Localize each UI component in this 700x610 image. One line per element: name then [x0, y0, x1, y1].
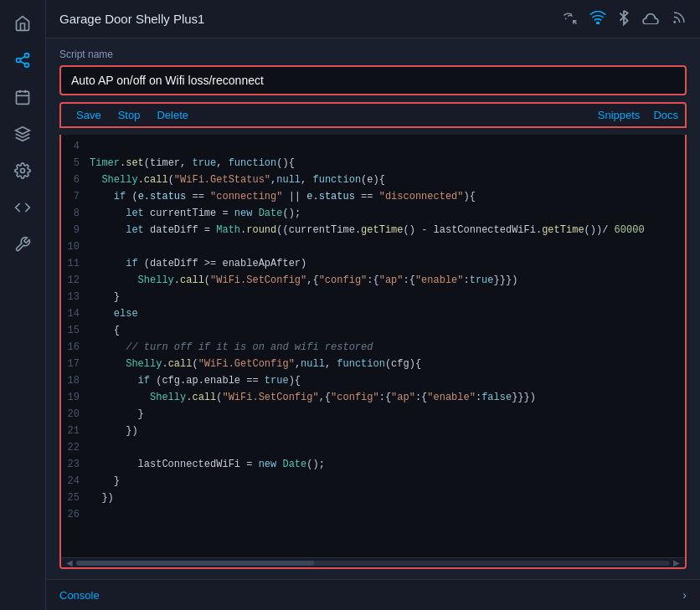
- table-row: 20 }: [61, 406, 685, 423]
- console-bar[interactable]: Console ›: [46, 579, 700, 610]
- table-row: 8 let currentTime = new Date();: [61, 205, 685, 222]
- header: Garage Door Shelly Plus1: [46, 0, 700, 38]
- wifi-icon[interactable]: [589, 11, 606, 28]
- sidebar-item-scripts[interactable]: [8, 45, 38, 75]
- scroll-track[interactable]: [76, 561, 670, 566]
- svg-point-11: [597, 22, 600, 24]
- sidebar-item-tools[interactable]: [8, 229, 38, 259]
- table-row: 25 }): [61, 490, 685, 506]
- sidebar-item-settings[interactable]: [8, 156, 38, 186]
- sidebar: [0, 0, 46, 610]
- table-row: 15 {: [61, 322, 685, 339]
- svg-line-4: [20, 56, 25, 59]
- table-row: 9 let dateDiff = Math.round((currentTime…: [61, 222, 685, 238]
- page-title: Garage Door Shelly Plus1: [59, 12, 204, 26]
- scroll-thumb[interactable]: [76, 561, 314, 566]
- main-content: Garage Door Shelly Plus1: [46, 0, 700, 610]
- save-button[interactable]: Save: [68, 107, 110, 123]
- svg-line-3: [20, 61, 25, 64]
- svg-point-2: [25, 63, 29, 67]
- table-row: 16 // turn off if it is on and wifi rest…: [61, 339, 685, 356]
- scroll-right-arrow[interactable]: ▶: [670, 558, 683, 567]
- horizontal-scrollbar[interactable]: ◀ ▶: [61, 557, 685, 567]
- table-row: 23 lastConnectedWiFi = new Date();: [61, 456, 685, 473]
- svg-rect-5: [17, 91, 29, 104]
- wifi-calling-icon[interactable]: [563, 10, 578, 28]
- sidebar-item-home[interactable]: [8, 8, 38, 38]
- content-area: Script name Save Stop Delete Snippets Do…: [46, 38, 700, 579]
- scroll-left-arrow[interactable]: ◀: [63, 558, 76, 567]
- table-row: 4: [61, 138, 685, 155]
- sidebar-item-layers[interactable]: [8, 119, 38, 149]
- code-scroll-area[interactable]: 4 5 Timer.set(timer, true, function(){ 6…: [61, 135, 685, 557]
- svg-point-0: [25, 54, 29, 58]
- table-row: 12 Shelly.call("WiFi.SetConfig",{"config…: [61, 272, 685, 289]
- console-label: Console: [59, 589, 100, 602]
- sidebar-item-code[interactable]: [8, 192, 38, 223]
- console-expand-arrow[interactable]: ›: [682, 588, 687, 602]
- table-row: 18 if (cfg.ap.enable == true){: [61, 372, 685, 389]
- table-row: 17 Shelly.call("WiFi.GetConfig",null, fu…: [61, 356, 685, 372]
- header-icons: [563, 9, 687, 29]
- table-row: 24 }: [61, 473, 685, 490]
- table-row: 6 Shelly.call("WiFi.GetStatus",null, fun…: [61, 172, 685, 188]
- svg-marker-9: [16, 127, 30, 134]
- toolbar: Save Stop Delete Snippets Docs: [59, 102, 687, 128]
- sidebar-item-schedule[interactable]: [8, 82, 38, 112]
- bluetooth-icon[interactable]: [618, 9, 630, 29]
- table-row: 13 }: [61, 289, 685, 305]
- stop-button[interactable]: Stop: [110, 107, 149, 123]
- delete-button[interactable]: Delete: [148, 107, 197, 123]
- table-row: 21 }): [61, 423, 685, 439]
- table-row: 22: [61, 439, 685, 456]
- script-name-label: Script name: [59, 49, 687, 60]
- snippets-link[interactable]: Snippets: [598, 109, 641, 121]
- svg-point-1: [17, 59, 21, 63]
- docs-link[interactable]: Docs: [653, 109, 678, 121]
- table-row: 14 else: [61, 305, 685, 322]
- table-row: 11 if (dateDiff >= enableApAfter): [61, 255, 685, 272]
- code-editor[interactable]: 4 5 Timer.set(timer, true, function(){ 6…: [59, 135, 687, 569]
- table-row: 5 Timer.set(timer, true, function(){: [61, 155, 685, 172]
- table-row: 10: [61, 238, 685, 255]
- svg-point-10: [21, 169, 25, 173]
- rss-icon[interactable]: [672, 10, 687, 28]
- svg-point-14: [674, 21, 676, 23]
- table-row: 26: [61, 506, 685, 523]
- script-name-input[interactable]: [59, 65, 687, 95]
- cloud-icon[interactable]: [641, 11, 660, 28]
- table-row: 19 Shelly.call("WiFi.SetConfig",{"config…: [61, 389, 685, 406]
- table-row: 7 if (e.status == "connecting" || e.stat…: [61, 188, 685, 205]
